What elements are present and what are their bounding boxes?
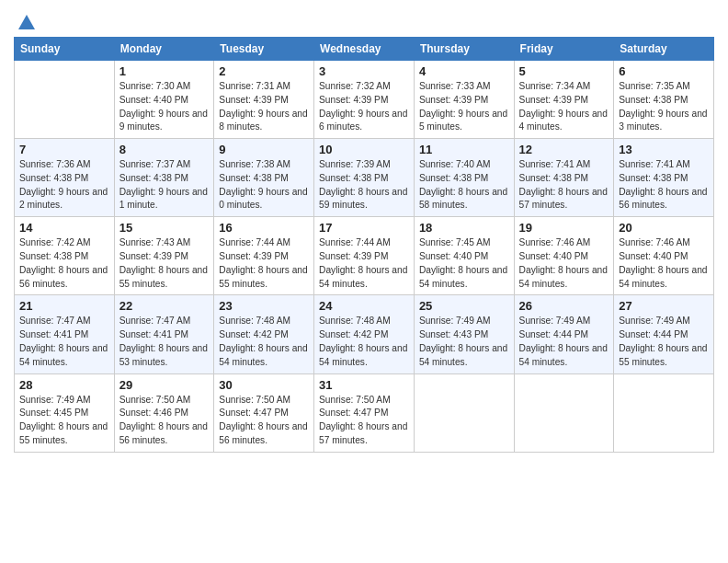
day-number: 6: [619, 64, 709, 78]
calendar-cell: 15Sunrise: 7:43 AMSunset: 4:39 PMDayligh…: [114, 217, 214, 295]
day-number: 11: [419, 143, 509, 156]
calendar-week-2: 7Sunrise: 7:36 AMSunset: 4:38 PMDaylight…: [15, 139, 714, 217]
calendar-cell: 7Sunrise: 7:36 AMSunset: 4:38 PMDaylight…: [15, 139, 115, 217]
day-number: 17: [319, 221, 409, 235]
calendar-cell: 3Sunrise: 7:32 AMSunset: 4:39 PMDaylight…: [314, 61, 415, 139]
calendar-cell: 25Sunrise: 7:49 AMSunset: 4:43 PMDayligh…: [414, 295, 514, 373]
day-number: 19: [519, 221, 609, 235]
calendar-cell: 8Sunrise: 7:37 AMSunset: 4:38 PMDaylight…: [114, 139, 214, 217]
day-info: Sunrise: 7:47 AMSunset: 4:41 PMDaylight:…: [119, 316, 208, 366]
day-info: Sunrise: 7:41 AMSunset: 4:38 PMDaylight:…: [619, 159, 707, 210]
day-number: 2: [219, 64, 309, 78]
day-number: 18: [419, 221, 509, 235]
day-number: 31: [319, 378, 409, 392]
calendar-table: SundayMondayTuesdayWednesdayThursdayFrid…: [14, 37, 714, 453]
day-info: Sunrise: 7:39 AMSunset: 4:38 PMDaylight:…: [319, 159, 407, 210]
calendar-cell: 5Sunrise: 7:34 AMSunset: 4:39 PMDaylight…: [514, 61, 614, 139]
calendar-cell: 18Sunrise: 7:45 AMSunset: 4:40 PMDayligh…: [414, 217, 514, 295]
calendar-cell: 24Sunrise: 7:48 AMSunset: 4:42 PMDayligh…: [314, 295, 415, 373]
day-info: Sunrise: 7:48 AMSunset: 4:42 PMDaylight:…: [319, 316, 407, 366]
day-number: 26: [519, 299, 609, 313]
calendar-cell: 1Sunrise: 7:30 AMSunset: 4:40 PMDaylight…: [114, 61, 214, 139]
weekday-header-thursday: Thursday: [414, 38, 514, 61]
calendar-cell: [514, 373, 614, 452]
calendar-cell: 27Sunrise: 7:49 AMSunset: 4:44 PMDayligh…: [614, 295, 714, 373]
calendar-cell: 4Sunrise: 7:33 AMSunset: 4:39 PMDaylight…: [414, 61, 514, 139]
calendar-cell: [15, 61, 115, 139]
day-info: Sunrise: 7:40 AMSunset: 4:38 PMDaylight:…: [419, 159, 507, 210]
day-number: 25: [419, 299, 509, 313]
day-info: Sunrise: 7:30 AMSunset: 4:40 PMDaylight:…: [119, 81, 208, 132]
day-info: Sunrise: 7:47 AMSunset: 4:41 PMDaylight:…: [19, 316, 108, 366]
calendar-cell: 10Sunrise: 7:39 AMSunset: 4:38 PMDayligh…: [314, 139, 415, 217]
day-number: 22: [119, 299, 210, 313]
calendar-cell: [414, 373, 514, 452]
day-info: Sunrise: 7:48 AMSunset: 4:42 PMDaylight:…: [219, 316, 307, 366]
day-info: Sunrise: 7:32 AMSunset: 4:39 PMDaylight:…: [319, 81, 407, 132]
day-number: 7: [19, 143, 109, 156]
calendar-cell: 16Sunrise: 7:44 AMSunset: 4:39 PMDayligh…: [214, 217, 314, 295]
day-number: 20: [619, 221, 709, 235]
calendar-cell: 31Sunrise: 7:50 AMSunset: 4:47 PMDayligh…: [314, 373, 415, 452]
day-info: Sunrise: 7:43 AMSunset: 4:39 PMDaylight:…: [119, 237, 208, 288]
day-info: Sunrise: 7:49 AMSunset: 4:44 PMDaylight:…: [519, 316, 608, 366]
day-number: 15: [119, 221, 210, 235]
logo-general: [14, 13, 37, 33]
calendar-header-row: SundayMondayTuesdayWednesdayThursdayFrid…: [15, 38, 714, 61]
day-info: Sunrise: 7:36 AMSunset: 4:38 PMDaylight:…: [19, 159, 108, 210]
day-info: Sunrise: 7:35 AMSunset: 4:38 PMDaylight:…: [619, 81, 707, 132]
day-number: 28: [19, 378, 109, 392]
weekday-header-sunday: Sunday: [15, 38, 115, 61]
day-number: 27: [619, 299, 709, 313]
calendar-cell: 30Sunrise: 7:50 AMSunset: 4:47 PMDayligh…: [214, 373, 314, 452]
day-number: 12: [519, 143, 609, 156]
day-info: Sunrise: 7:44 AMSunset: 4:39 PMDaylight:…: [319, 237, 407, 288]
day-number: 10: [319, 143, 409, 156]
calendar-cell: [614, 373, 714, 452]
calendar-cell: 14Sunrise: 7:42 AMSunset: 4:38 PMDayligh…: [15, 217, 115, 295]
calendar-cell: 17Sunrise: 7:44 AMSunset: 4:39 PMDayligh…: [314, 217, 415, 295]
calendar-week-3: 14Sunrise: 7:42 AMSunset: 4:38 PMDayligh…: [15, 217, 714, 295]
day-number: 8: [119, 143, 210, 156]
calendar-cell: 29Sunrise: 7:50 AMSunset: 4:46 PMDayligh…: [114, 373, 214, 452]
day-number: 9: [219, 143, 309, 156]
calendar-cell: 6Sunrise: 7:35 AMSunset: 4:38 PMDaylight…: [614, 61, 714, 139]
calendar-cell: 9Sunrise: 7:38 AMSunset: 4:38 PMDaylight…: [214, 139, 314, 217]
calendar-cell: 11Sunrise: 7:40 AMSunset: 4:38 PMDayligh…: [414, 139, 514, 217]
day-info: Sunrise: 7:50 AMSunset: 4:47 PMDaylight:…: [319, 395, 407, 445]
day-info: Sunrise: 7:34 AMSunset: 4:39 PMDaylight:…: [519, 81, 608, 132]
weekday-header-tuesday: Tuesday: [214, 38, 314, 61]
day-number: 4: [419, 64, 509, 78]
day-info: Sunrise: 7:49 AMSunset: 4:45 PMDaylight:…: [19, 395, 108, 445]
day-number: 23: [219, 299, 309, 313]
day-number: 21: [19, 299, 109, 313]
day-info: Sunrise: 7:37 AMSunset: 4:38 PMDaylight:…: [119, 159, 208, 210]
calendar-cell: 13Sunrise: 7:41 AMSunset: 4:38 PMDayligh…: [614, 139, 714, 217]
day-info: Sunrise: 7:38 AMSunset: 4:38 PMDaylight:…: [219, 159, 307, 210]
day-number: 29: [119, 378, 210, 392]
day-number: 13: [619, 143, 709, 156]
day-info: Sunrise: 7:49 AMSunset: 4:44 PMDaylight:…: [619, 316, 707, 366]
calendar-cell: 23Sunrise: 7:48 AMSunset: 4:42 PMDayligh…: [214, 295, 314, 373]
day-number: 1: [119, 64, 210, 78]
weekday-header-wednesday: Wednesday: [314, 38, 415, 61]
weekday-header-saturday: Saturday: [614, 38, 714, 61]
day-number: 16: [219, 221, 309, 235]
day-number: 14: [19, 221, 109, 235]
day-number: 3: [319, 64, 409, 78]
day-number: 30: [219, 378, 309, 392]
day-info: Sunrise: 7:31 AMSunset: 4:39 PMDaylight:…: [219, 81, 307, 132]
calendar-cell: 19Sunrise: 7:46 AMSunset: 4:40 PMDayligh…: [514, 217, 614, 295]
day-info: Sunrise: 7:44 AMSunset: 4:39 PMDaylight:…: [219, 237, 307, 288]
day-info: Sunrise: 7:41 AMSunset: 4:38 PMDaylight:…: [519, 159, 608, 210]
calendar-cell: 22Sunrise: 7:47 AMSunset: 4:41 PMDayligh…: [114, 295, 214, 373]
calendar-cell: 12Sunrise: 7:41 AMSunset: 4:38 PMDayligh…: [514, 139, 614, 217]
day-info: Sunrise: 7:46 AMSunset: 4:40 PMDaylight:…: [519, 237, 608, 288]
day-number: 24: [319, 299, 409, 313]
day-info: Sunrise: 7:49 AMSunset: 4:43 PMDaylight:…: [419, 316, 507, 366]
calendar-cell: 2Sunrise: 7:31 AMSunset: 4:39 PMDaylight…: [214, 61, 314, 139]
calendar-week-5: 28Sunrise: 7:49 AMSunset: 4:45 PMDayligh…: [15, 373, 714, 452]
svg-marker-0: [18, 15, 35, 29]
calendar-cell: 26Sunrise: 7:49 AMSunset: 4:44 PMDayligh…: [514, 295, 614, 373]
day-number: 5: [519, 64, 609, 78]
